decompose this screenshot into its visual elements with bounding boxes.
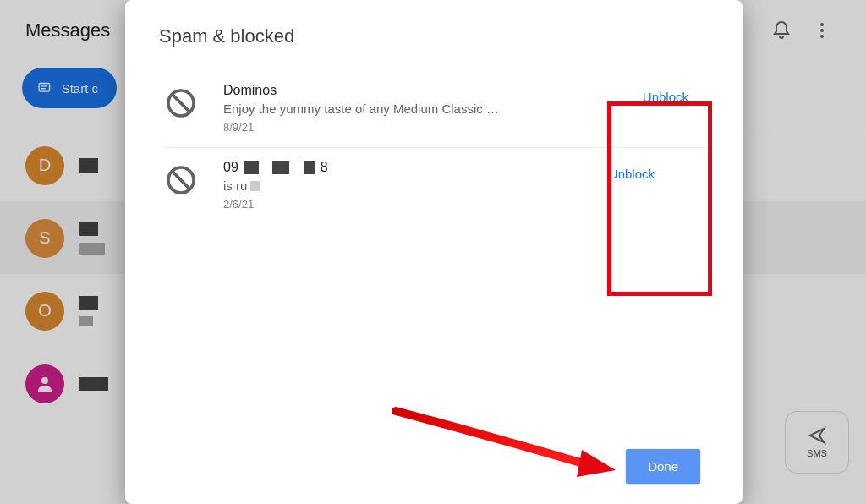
entry-date: 2/6/21 [223, 198, 597, 211]
entry-name: 09 8 [223, 160, 597, 175]
entry-preview: is ru [223, 178, 597, 193]
dialog-title: Spam & blocked [125, 25, 743, 71]
block-icon [164, 86, 198, 120]
blocked-entry[interactable]: 09 8 is ru 2/6/21 Unblock [164, 147, 709, 224]
entry-name: Dominos [223, 83, 631, 98]
unblock-button[interactable]: Unblock [597, 160, 666, 188]
unblock-button[interactable]: Unblock [631, 83, 700, 111]
svg-line-8 [172, 94, 190, 112]
blocked-entry[interactable]: Dominos Enjoy the yummy taste of any Med… [125, 71, 743, 147]
done-button[interactable]: Done [626, 449, 700, 484]
entry-preview: Enjoy the yummy taste of any Medium Clas… [223, 101, 631, 116]
svg-line-10 [172, 171, 190, 189]
spam-blocked-dialog: Spam & blocked Dominos Enjoy the yummy t… [125, 0, 743, 504]
entry-date: 8/9/21 [223, 121, 631, 134]
block-icon [164, 163, 198, 197]
